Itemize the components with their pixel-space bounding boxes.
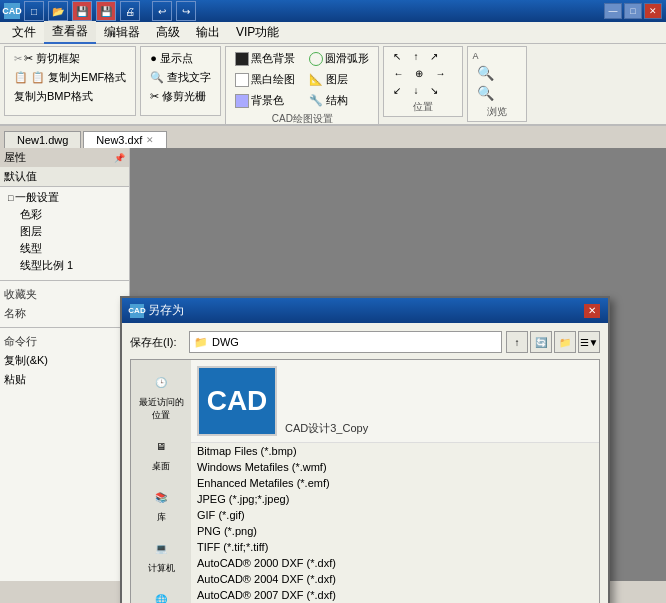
dialog-close-button[interactable]: ✕ [584, 304, 600, 318]
main-area: 屋性 📌 默认值 □ 一般设置 色彩 图层 线型 线型比例 1 收藏夹 名称 命… [0, 148, 666, 581]
network-icon: 🌐 [145, 585, 177, 603]
btn-pos2[interactable]: ↑ [408, 49, 423, 64]
tree-general-settings[interactable]: □ 一般设置 [4, 189, 125, 206]
btn-cut[interactable]: ✂ ✂ 剪切框架 [9, 49, 85, 68]
divider-1 [0, 280, 129, 281]
btn-pos4[interactable]: ← [388, 66, 408, 81]
format-item[interactable]: AutoCAD® 2004 DXF (*.dxf) [191, 571, 599, 587]
recent-icon: 🕒 [145, 368, 177, 396]
tab-new3[interactable]: New3.dxf ✕ [83, 131, 167, 148]
cmd-copy[interactable]: 复制(&K) [0, 351, 129, 370]
maximize-button[interactable]: □ [624, 3, 642, 19]
panel-pin[interactable]: 📌 [114, 153, 125, 163]
toolbar-redo[interactable]: ↪ [176, 1, 196, 21]
nav-recent-label: 最近访问的位置 [136, 396, 186, 422]
format-item[interactable]: AutoCAD® 2007 DXF (*.dxf) [191, 587, 599, 603]
preview-cad-icon: CAD [197, 366, 277, 436]
btn-pos5[interactable]: ⊕ [410, 66, 428, 81]
group-title-cad: CAD绘图设置 [230, 110, 374, 126]
btn-zoom-in[interactable]: 🔍 [472, 63, 499, 83]
toolbar-new[interactable]: □ [24, 1, 44, 21]
format-item[interactable]: Enhanced Metafiles (*.emf) [191, 475, 599, 491]
format-scroll-area[interactable]: Bitmap Files (*.bmp)Windows Metafiles (*… [191, 443, 599, 603]
dialog-title-bar: CAD 另存为 ✕ [122, 298, 608, 323]
group-title-display [145, 111, 216, 113]
btn-copy-emf[interactable]: 📋 📋 复制为EMF格式 [9, 68, 131, 87]
btn-smooth-arc[interactable]: 圆滑弧形 [304, 49, 374, 68]
btn-pos9[interactable]: ↘ [425, 83, 443, 98]
btn-pos3[interactable]: ↗ [425, 49, 443, 64]
btn-bg-color[interactable]: 背景色 [230, 91, 300, 110]
group-title-browse: 浏览 [472, 103, 522, 119]
tree-color[interactable]: 色彩 [4, 206, 125, 223]
toolbar-save[interactable]: 💾 [72, 1, 92, 21]
group-title-position: 位置 [388, 98, 458, 114]
ribbon-group-display: ● 显示点 🔍 查找文字 ✂ 修剪光栅 [140, 46, 221, 116]
dialog-icon: CAD [130, 304, 144, 318]
nav-view-btn[interactable]: ☰▼ [578, 331, 600, 353]
format-item[interactable]: JPEG (*.jpg;*.jpeg) [191, 491, 599, 507]
toolbar-save2[interactable]: 💾 [96, 1, 116, 21]
btn-find-text[interactable]: 🔍 查找文字 [145, 68, 216, 87]
menu-file[interactable]: 文件 [4, 22, 44, 43]
name-label: 名称 [0, 304, 129, 323]
format-item[interactable]: AutoCAD® 2000 DXF (*.dxf) [191, 555, 599, 571]
nav-computer[interactable]: 💻 计算机 [134, 530, 188, 579]
ribbon: ✂ ✂ 剪切框架 📋 📋 复制为EMF格式 复制为BMP格式 ● 显示点 🔍 查… [0, 44, 666, 126]
tree-linetype[interactable]: 线型 [4, 240, 125, 257]
save-in-select[interactable]: 📁 DWG [189, 331, 502, 353]
btn-structure[interactable]: 🔧 结构 [304, 91, 374, 110]
nav-desktop-label: 桌面 [152, 460, 170, 473]
btn-trim-raster[interactable]: ✂ 修剪光栅 [145, 87, 211, 106]
btn-pos8[interactable]: ↓ [408, 83, 423, 98]
menu-viewer[interactable]: 查看器 [44, 21, 96, 44]
btn-pos1[interactable]: ↖ [388, 49, 406, 64]
menu-output[interactable]: 输出 [188, 22, 228, 43]
nav-library-label: 库 [157, 511, 166, 524]
nav-newfolder-btn[interactable]: 📁 [554, 331, 576, 353]
tree-linetype-scale[interactable]: 线型比例 1 [4, 257, 125, 274]
menu-editor[interactable]: 编辑器 [96, 22, 148, 43]
ribbon-group-browse: A 🔍 🔍 浏览 [467, 46, 527, 122]
dialog-content-area: 🕒 最近访问的位置 🖥 桌面 📚 库 💻 计算机 [130, 359, 600, 603]
tab-new1[interactable]: New1.dwg [4, 131, 81, 148]
nav-desktop[interactable]: 🖥 桌面 [134, 428, 188, 477]
tab-close-btn[interactable]: ✕ [146, 135, 154, 145]
btn-pos6[interactable]: → [430, 66, 450, 81]
nav-recent[interactable]: 🕒 最近访问的位置 [134, 364, 188, 426]
format-item[interactable]: GIF (*.gif) [191, 507, 599, 523]
minimize-button[interactable]: — [604, 3, 622, 19]
toolbar-open[interactable]: 📂 [48, 1, 68, 21]
dialog-title-text: 另存为 [148, 302, 184, 319]
toolbar-undo[interactable]: ↩ [152, 1, 172, 21]
btn-layer[interactable]: 📐 图层 [304, 70, 374, 89]
btn-pos7[interactable]: ↙ [388, 83, 406, 98]
btn-black-bg[interactable]: 黑色背景 [230, 49, 300, 68]
format-item[interactable]: Windows Metafiles (*.wmf) [191, 459, 599, 475]
library-icon: 📚 [145, 483, 177, 511]
tree-layer[interactable]: 图层 [4, 223, 125, 240]
nav-library[interactable]: 📚 库 [134, 479, 188, 528]
menu-advanced[interactable]: 高级 [148, 22, 188, 43]
panel-header: 屋性 📌 [0, 148, 129, 167]
format-item[interactable]: PNG (*.png) [191, 523, 599, 539]
nav-refresh-btn[interactable]: 🔄 [530, 331, 552, 353]
save-as-dialog: CAD 另存为 ✕ 保存在(I): 📁 DWG ↑ 🔄 📁 ☰▼ [120, 296, 610, 603]
btn-zoom-out[interactable]: 🔍 [472, 83, 499, 103]
title-bar: CAD □ 📂 💾 💾 🖨 ↩ ↪ — □ ✕ [0, 0, 666, 22]
left-panel: 屋性 📌 默认值 □ 一般设置 色彩 图层 线型 线型比例 1 收藏夹 名称 命… [0, 148, 130, 581]
preview-section: CAD CAD设计3_Copy [191, 360, 599, 443]
toolbar-print[interactable]: 🖨 [120, 1, 140, 21]
close-button[interactable]: ✕ [644, 3, 662, 19]
menu-vip[interactable]: VIP功能 [228, 22, 287, 43]
format-item[interactable]: TIFF (*.tif;*.tiff) [191, 539, 599, 555]
btn-show-points[interactable]: ● 显示点 [145, 49, 198, 68]
nav-up-btn[interactable]: ↑ [506, 331, 528, 353]
nav-network[interactable]: 🌐 网络 [134, 581, 188, 603]
ribbon-group-clipboard: ✂ ✂ 剪切框架 📋 📋 复制为EMF格式 复制为BMP格式 [4, 46, 136, 116]
btn-bw-draw[interactable]: 黑白绘图 [230, 70, 300, 89]
cmd-paste[interactable]: 粘贴 [0, 370, 129, 389]
ribbon-group-position: ↖ ↑ ↗ ← ⊕ → ↙ ↓ ↘ 位置 [383, 46, 463, 117]
btn-copy-bmp[interactable]: 复制为BMP格式 [9, 87, 98, 106]
format-item[interactable]: Bitmap Files (*.bmp) [191, 443, 599, 459]
